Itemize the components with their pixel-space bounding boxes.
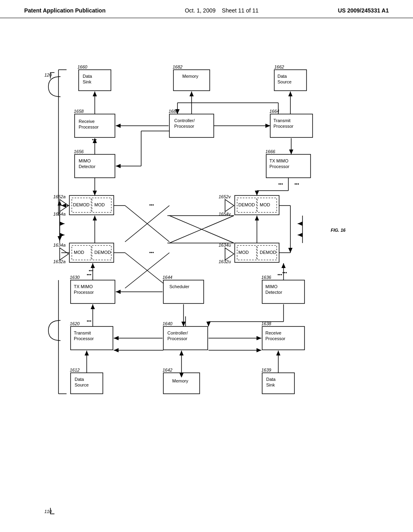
svg-text:Sink: Sink	[266, 382, 275, 387]
svg-text:TX MIMO: TX MIMO	[74, 284, 93, 289]
svg-text:DEMOD: DEMOD	[73, 202, 90, 207]
svg-text:•••: •••	[149, 250, 154, 255]
svg-text:1632u: 1632u	[219, 259, 231, 264]
svg-text:MOD: MOD	[74, 250, 84, 255]
svg-text:MOD: MOD	[94, 202, 105, 207]
svg-text:•••: •••	[92, 137, 97, 142]
svg-text:Data: Data	[83, 74, 92, 79]
svg-text:1630: 1630	[70, 275, 80, 280]
svg-text:1664: 1664	[269, 109, 279, 114]
svg-rect-112	[163, 280, 204, 303]
svg-text:Transmit: Transmit	[273, 118, 290, 123]
svg-text:Detector: Detector	[79, 164, 96, 169]
svg-text:Processor: Processor	[265, 336, 286, 341]
svg-text:Transmit: Transmit	[74, 330, 91, 335]
svg-text:DEMOD: DEMOD	[238, 202, 255, 207]
svg-text:Sink: Sink	[83, 79, 92, 84]
svg-text:Source: Source	[75, 382, 89, 387]
svg-marker-59	[225, 200, 234, 212]
svg-text:MIMO: MIMO	[79, 158, 91, 163]
svg-text:MIMO: MIMO	[265, 284, 277, 289]
svg-text:Data: Data	[277, 74, 287, 79]
svg-text:Source: Source	[277, 79, 292, 84]
svg-text:1634u: 1634u	[219, 243, 231, 247]
svg-text:Controller/: Controller/	[174, 118, 195, 123]
svg-text:Memory: Memory	[182, 74, 198, 79]
svg-text:Receive: Receive	[265, 330, 282, 335]
svg-text:1660: 1660	[77, 64, 88, 69]
svg-text:110: 110	[44, 509, 52, 514]
svg-text:Scheduler: Scheduler	[169, 284, 190, 289]
svg-text:1634a: 1634a	[53, 243, 66, 247]
svg-text:Processor: Processor	[167, 336, 188, 341]
svg-text:1666: 1666	[265, 149, 275, 154]
svg-text:Receive: Receive	[79, 119, 95, 124]
svg-marker-88	[225, 248, 234, 260]
svg-text:MOD: MOD	[238, 250, 249, 255]
svg-text:Processor: Processor	[174, 124, 194, 129]
svg-text:1658: 1658	[74, 109, 84, 114]
svg-text:MOD: MOD	[260, 202, 270, 207]
svg-text:•••: •••	[294, 181, 299, 186]
diagram-area: 120 Data Sink 1660 Memory 1682 Data Sour…	[0, 18, 413, 526]
svg-text:DEMOD: DEMOD	[260, 250, 276, 255]
svg-rect-150	[163, 373, 200, 394]
svg-text:1636: 1636	[261, 275, 271, 280]
svg-text:1656: 1656	[74, 149, 84, 154]
svg-text:1652a: 1652a	[53, 194, 66, 199]
svg-text:TX MIMO: TX MIMO	[269, 158, 288, 163]
svg-text:Processor: Processor	[74, 290, 94, 295]
svg-text:•••: •••	[87, 318, 92, 323]
svg-text:FIG. 16: FIG. 16	[331, 228, 346, 233]
svg-text:1644: 1644	[163, 275, 172, 280]
header-publication: Patent Application Publication	[24, 7, 106, 14]
svg-text:1662: 1662	[274, 64, 284, 69]
svg-text:1639: 1639	[261, 368, 271, 372]
svg-text:•••: •••	[277, 272, 282, 277]
svg-text:1620: 1620	[70, 321, 80, 326]
svg-text:•••: •••	[149, 202, 154, 207]
svg-text:Processor: Processor	[74, 336, 94, 341]
svg-text:DEMOD: DEMOD	[94, 250, 111, 255]
svg-text:1632a: 1632a	[53, 259, 66, 264]
svg-text:Processor: Processor	[273, 124, 294, 129]
svg-text:1640: 1640	[163, 321, 173, 326]
svg-text:•••: •••	[278, 181, 283, 186]
svg-text:Data: Data	[75, 377, 84, 382]
svg-text:1638: 1638	[261, 321, 271, 326]
svg-text:Controller/: Controller/	[167, 330, 188, 335]
page-header: Patent Application Publication Oct. 1, 2…	[0, 0, 413, 18]
svg-rect-8	[173, 70, 210, 91]
header-patent: US 2009/245331 A1	[338, 7, 389, 14]
svg-text:Memory: Memory	[172, 378, 188, 383]
svg-text:Data: Data	[266, 377, 276, 382]
svg-text:1612: 1612	[70, 368, 79, 372]
svg-marker-79	[60, 248, 69, 260]
svg-text:Detector: Detector	[265, 290, 282, 295]
svg-text:Processor: Processor	[269, 164, 290, 169]
svg-text:1682: 1682	[173, 64, 182, 69]
svg-text:•••: •••	[282, 270, 287, 275]
svg-text:Processor: Processor	[79, 125, 99, 129]
svg-text:1652v: 1652v	[219, 194, 231, 199]
svg-text:1642: 1642	[163, 368, 172, 372]
svg-text:•••: •••	[87, 272, 92, 277]
header-center: Oct. 1, 2009 Sheet 11 of 11	[185, 7, 259, 14]
svg-text:120: 120	[44, 73, 52, 77]
